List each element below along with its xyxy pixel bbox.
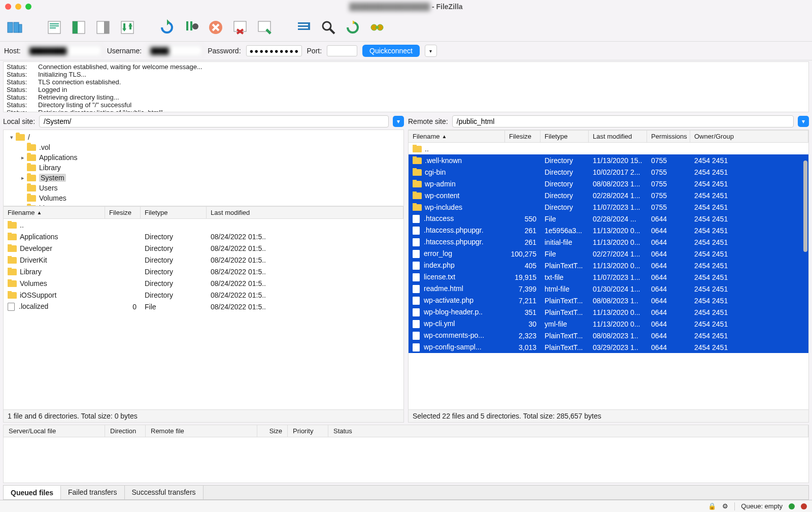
compare-button[interactable]: [342, 17, 363, 38]
file-row[interactable]: readme.html7,399html-file01/30/2024 1...…: [409, 283, 808, 295]
folder-icon: [27, 154, 36, 161]
remote-site-dropdown[interactable]: ▾: [798, 116, 809, 127]
remote-header-filetype[interactable]: Filetype: [540, 131, 589, 142]
file-row[interactable]: .htaccess.phpupgr.261initial-file11/13/2…: [409, 236, 808, 248]
remote-header-filesize[interactable]: Filesize: [505, 131, 540, 142]
remote-file-list[interactable]: ...well-knownDirectory11/13/2020 15..075…: [409, 143, 808, 409]
file-row[interactable]: VolumesDirectory08/24/2022 01:5..: [4, 277, 403, 289]
file-row[interactable]: cgi-binDirectory10/02/2017 2...07552454 …: [409, 166, 808, 178]
process-queue-button[interactable]: [181, 17, 202, 38]
file-row[interactable]: iOSSupportDirectory08/24/2022 01:5..: [4, 289, 403, 301]
quickconnect-button[interactable]: Quickconnect: [362, 45, 420, 57]
gear-icon[interactable]: ⚙: [722, 502, 728, 510]
local-directory-tree[interactable]: ▾/.vol▸ApplicationsLibrary▸SystemUsersVo…: [4, 130, 403, 206]
svg-rect-11: [121, 21, 133, 34]
tree-item[interactable]: ▸Applications: [6, 152, 401, 163]
tree-item[interactable]: ▸System: [6, 173, 401, 183]
local-site-dropdown[interactable]: ▾: [393, 116, 404, 127]
filter-button[interactable]: [293, 17, 315, 38]
reconnect-button[interactable]: [254, 17, 275, 38]
file-row[interactable]: index.php405PlainTextT...11/13/2020 0...…: [409, 260, 808, 271]
remote-header-owner[interactable]: Owner/Group: [690, 131, 808, 142]
cancel-button[interactable]: [205, 17, 226, 38]
file-row[interactable]: wp-includesDirectory11/07/2023 1...07552…: [409, 201, 808, 213]
file-row[interactable]: error_log100,275File02/27/2024 1...06442…: [409, 248, 808, 260]
tab-failed-transfers[interactable]: Failed transfers: [61, 486, 124, 499]
remote-site-label: Remote site:: [408, 117, 448, 125]
folder-icon: [8, 222, 17, 229]
host-input[interactable]: [26, 45, 102, 56]
tree-item[interactable]: .vol: [6, 142, 401, 152]
queue-header-size[interactable]: Size: [257, 425, 288, 437]
file-row[interactable]: wp-adminDirectory08/08/2023 1...07552454…: [409, 178, 808, 189]
tab-queued-files[interactable]: Queued files: [4, 486, 61, 499]
remote-header-modified[interactable]: Last modified: [589, 131, 647, 142]
toggle-local-tree-button[interactable]: [68, 17, 89, 38]
file-row[interactable]: wp-contentDirectory02/28/2024 1...075524…: [409, 189, 808, 201]
status-indicator-green: [789, 503, 795, 509]
file-row[interactable]: .htaccess550File02/28/2024 ...06442454 2…: [409, 213, 808, 225]
file-row[interactable]: wp-blog-header.p..351PlainTextT...11/13/…: [409, 306, 808, 318]
local-header-filesize[interactable]: Filesize: [105, 207, 141, 218]
queue-header-local[interactable]: Server/Local file: [4, 425, 105, 437]
svg-rect-14: [234, 21, 246, 31]
folder-icon: [27, 165, 36, 171]
file-row[interactable]: LibraryDirectory08/24/2022 01:5..: [4, 266, 403, 277]
file-row[interactable]: ..: [409, 143, 808, 154]
file-row[interactable]: .htaccess.phpupgr.2611e5956a3...11/13/20…: [409, 225, 808, 236]
port-input[interactable]: [327, 45, 357, 56]
find-button[interactable]: [366, 17, 388, 38]
file-row[interactable]: .well-knownDirectory11/13/2020 15..07552…: [409, 154, 808, 166]
queue-header-direction[interactable]: Direction: [105, 425, 146, 437]
queue-status: Queue: empty: [741, 502, 783, 510]
username-input[interactable]: [147, 45, 202, 56]
site-manager-button[interactable]: [4, 17, 25, 38]
queue-header-priority[interactable]: Priority: [288, 425, 328, 437]
remote-site-input[interactable]: [452, 115, 794, 127]
sort-asc-icon: ▲: [442, 134, 447, 139]
local-file-list[interactable]: ..ApplicationsDirectory08/24/2022 01:5..…: [4, 219, 403, 409]
folder-icon: [27, 175, 36, 181]
file-row[interactable]: ApplicationsDirectory08/24/2022 01:5..: [4, 231, 403, 242]
tab-successful-transfers[interactable]: Successful transfers: [125, 486, 204, 499]
file-row[interactable]: ..: [4, 219, 403, 231]
file-row[interactable]: wp-activate.php7,211PlainTextT...08/08/2…: [409, 295, 808, 306]
file-row[interactable]: DriverKitDirectory08/24/2022 01:5..: [4, 254, 403, 266]
quickconnect-history-button[interactable]: ▾: [425, 45, 437, 57]
file-icon: [8, 303, 15, 311]
local-header-modified[interactable]: Last modified: [207, 207, 403, 218]
file-row[interactable]: wp-config-sampl...3,013PlainTextT...03/2…: [409, 341, 808, 353]
file-row[interactable]: DeveloperDirectory08/24/2022 01:5..: [4, 242, 403, 254]
folder-icon: [413, 181, 422, 187]
tree-item[interactable]: Library: [6, 163, 401, 173]
local-header-filetype[interactable]: Filetype: [141, 207, 207, 218]
file-row[interactable]: license.txt19,915txt-file11/07/2023 1...…: [409, 271, 808, 283]
queue-header-remote[interactable]: Remote file: [146, 425, 257, 437]
file-row[interactable]: wp-comments-po...2,323PlainTextT...08/08…: [409, 330, 808, 341]
svg-rect-1: [14, 22, 19, 33]
tree-item[interactable]: Volumes: [6, 193, 401, 203]
remote-header-filename[interactable]: Filename ▲: [409, 131, 505, 142]
toggle-remote-tree-button[interactable]: [92, 17, 114, 38]
toggle-queue-button[interactable]: [117, 17, 138, 38]
file-row[interactable]: wp-cli.yml30yml-file11/13/2020 0...06442…: [409, 318, 808, 330]
queue-header-status[interactable]: Status: [328, 425, 808, 437]
tree-item[interactable]: Users: [6, 183, 401, 193]
tree-item[interactable]: ▾/: [6, 132, 401, 142]
file-row[interactable]: .localized0File08/24/2022 01:5..: [4, 301, 403, 312]
close-window-icon[interactable]: [5, 4, 11, 10]
zoom-window-icon[interactable]: [25, 4, 31, 10]
refresh-button[interactable]: [156, 17, 178, 38]
local-header-filename[interactable]: Filename ▲: [4, 207, 105, 218]
file-icon: [413, 297, 420, 305]
local-site-input[interactable]: [39, 115, 389, 127]
minimize-window-icon[interactable]: [15, 4, 21, 10]
password-input[interactable]: [246, 45, 302, 56]
scrollbar[interactable]: [803, 161, 807, 252]
queue-list[interactable]: [3, 437, 809, 483]
search-button[interactable]: [318, 17, 339, 38]
toggle-log-button[interactable]: [44, 17, 65, 38]
remote-header-permissions[interactable]: Permissions: [647, 131, 690, 142]
disconnect-button[interactable]: [229, 17, 251, 38]
message-log[interactable]: Status:Connection established, waiting f…: [3, 61, 809, 112]
